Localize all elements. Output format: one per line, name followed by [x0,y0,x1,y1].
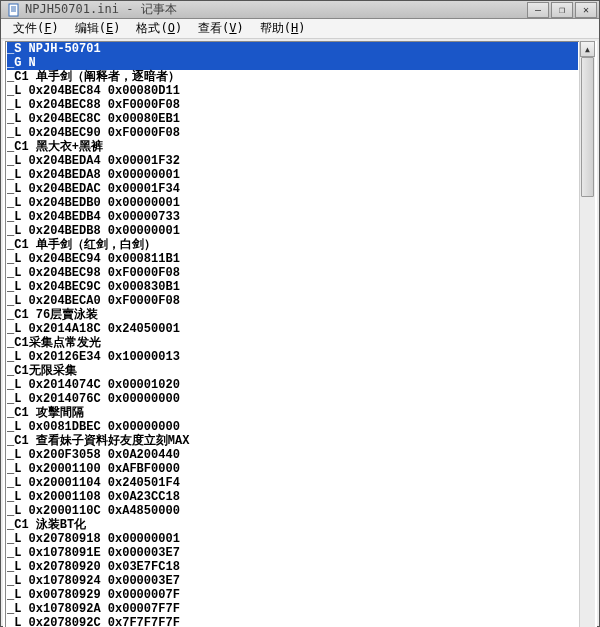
text-line[interactable]: _L 0x20780918 0x00000001 [7,532,578,546]
text-line[interactable]: _L 0x2000110C 0xA4850000 [7,504,578,518]
text-line[interactable]: _L 0x204BEDAC 0x00001F34 [7,182,578,196]
text-line[interactable]: _L 0x204BEC9C 0x000830B1 [7,280,578,294]
text-line[interactable]: _L 0x20001108 0x0A23CC18 [7,490,578,504]
text-line[interactable]: _L 0x204BEDA4 0x00001F32 [7,154,578,168]
notepad-window: NPJH50701.ini - 记事本 — ❐ ✕ 文件(F) 编辑(E) 格式… [0,0,600,627]
scrollbar-track[interactable] [580,57,595,627]
minimize-button[interactable]: — [527,2,549,18]
menu-view[interactable]: 查看(V) [190,19,252,38]
text-line[interactable]: _C1 黑大衣+黑裤 [7,140,578,154]
vertical-scrollbar[interactable]: ▲ ▼ [579,41,595,627]
text-line[interactable]: _L 0x204BECA0 0xF0000F08 [7,294,578,308]
menubar: 文件(F) 编辑(E) 格式(O) 查看(V) 帮助(H) [1,19,599,39]
app-icon [7,3,21,17]
text-line[interactable]: _L 0x204BEC98 0xF0000F08 [7,266,578,280]
text-line[interactable]: _C1无限采集 [7,364,578,378]
text-line[interactable]: _G N [7,56,578,70]
window-title: NPJH50701.ini - 记事本 [25,1,527,18]
content-wrap: _S NPJH-50701_G N_C1 单手剑（阐释者，逐暗者）_L 0x20… [3,41,597,627]
menu-help[interactable]: 帮助(H) [252,19,314,38]
text-line[interactable]: _L 0x1078092A 0x00007F7F [7,602,578,616]
text-line[interactable]: _L 0x2014076C 0x00000000 [7,392,578,406]
text-line[interactable]: _L 0x2014A18C 0x24050001 [7,322,578,336]
text-line[interactable]: _S NPJH-50701 [7,42,578,56]
maximize-button[interactable]: ❐ [551,2,573,18]
text-line[interactable]: _C1 单手剑（红剑，白剑） [7,238,578,252]
scroll-up-button[interactable]: ▲ [580,41,595,57]
text-line[interactable]: _L 0x204BEDB8 0x00000001 [7,224,578,238]
text-line[interactable]: _L 0x00780929 0x0000007F [7,588,578,602]
text-line[interactable]: _L 0x20001100 0xAFBF0000 [7,462,578,476]
text-line[interactable]: _C1 76层賣泳装 [7,308,578,322]
text-line[interactable]: _C1采集点常发光 [7,336,578,350]
window-controls: — ❐ ✕ [527,2,597,18]
text-line[interactable]: _L 0x1078091E 0x000003E7 [7,546,578,560]
text-line[interactable]: _L 0x204BEC8C 0x00080EB1 [7,112,578,126]
close-button[interactable]: ✕ [575,2,597,18]
text-line[interactable]: _L 0x200F3058 0x0A200440 [7,448,578,462]
scrollbar-thumb[interactable] [581,57,594,197]
text-line[interactable]: _L 0x204BEC88 0xF0000F08 [7,98,578,112]
text-line[interactable]: _L 0x204BEC84 0x00080D11 [7,84,578,98]
text-area[interactable]: _S NPJH-50701_G N_C1 单手剑（阐释者，逐暗者）_L 0x20… [5,41,579,627]
svg-rect-0 [9,4,18,16]
menu-edit[interactable]: 编辑(E) [67,19,129,38]
text-line[interactable]: _L 0x2014074C 0x00001020 [7,378,578,392]
text-line[interactable]: _L 0x20001104 0x240501F4 [7,476,578,490]
text-line[interactable]: _L 0x20780920 0x03E7FC18 [7,560,578,574]
text-line[interactable]: _L 0x204BEC94 0x000811B1 [7,252,578,266]
text-line[interactable]: _C1 攻擊間隔 [7,406,578,420]
titlebar[interactable]: NPJH50701.ini - 记事本 — ❐ ✕ [1,1,599,19]
text-line[interactable]: _C1 单手剑（阐释者，逐暗者） [7,70,578,84]
text-line[interactable]: _L 0x10780924 0x000003E7 [7,574,578,588]
text-line[interactable]: _C1 泳装BT化 [7,518,578,532]
text-line[interactable]: _L 0x204BEDA8 0x00000001 [7,168,578,182]
text-line[interactable]: _L 0x0081DBEC 0x00000000 [7,420,578,434]
text-line[interactable]: _L 0x204BEDB4 0x00000733 [7,210,578,224]
menu-format[interactable]: 格式(O) [128,19,190,38]
text-line[interactable]: _L 0x204BEC90 0xF0000F08 [7,126,578,140]
close-icon: ✕ [583,4,589,15]
text-line[interactable]: _L 0x204BEDB0 0x00000001 [7,196,578,210]
text-line[interactable]: _C1 查看妹子資料好友度立刻MAX [7,434,578,448]
text-line[interactable]: _L 0x20126E34 0x10000013 [7,350,578,364]
text-line[interactable]: _L 0x2078092C 0x7F7F7F7F [7,616,578,627]
minimize-icon: — [535,4,541,15]
chevron-up-icon: ▲ [585,45,590,54]
maximize-icon: ❐ [559,4,565,15]
menu-file[interactable]: 文件(F) [5,19,67,38]
